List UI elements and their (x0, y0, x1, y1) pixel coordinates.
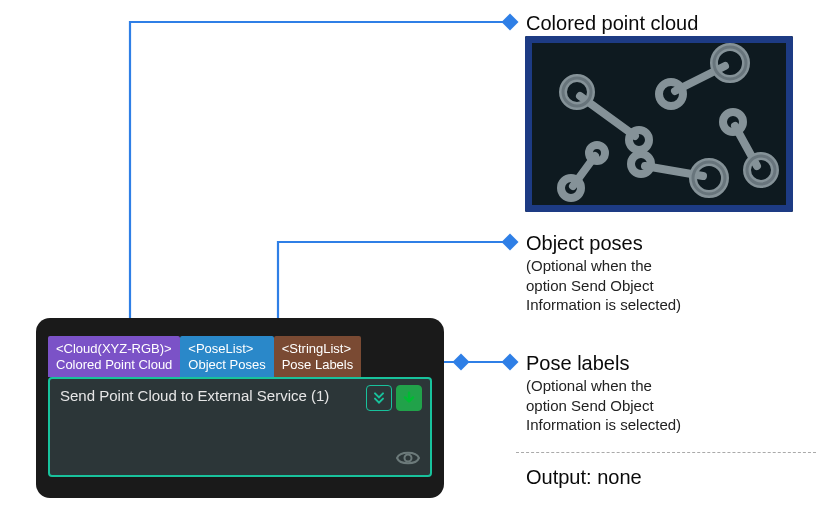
visibility-toggle[interactable] (396, 449, 420, 467)
port-type-label: <StringList> (282, 341, 354, 357)
expand-button[interactable] (366, 385, 392, 411)
diamond-marker (502, 234, 519, 251)
annotation-sub: (Optional when the (526, 376, 681, 396)
port-name-label: Pose Labels (282, 357, 354, 373)
port-type-label: <PoseList> (188, 341, 265, 357)
annotation-sub: Information is selected) (526, 295, 681, 315)
port-name-label: Object Poses (188, 357, 265, 373)
annotation-labels: Pose labels (Optional when the option Se… (526, 350, 681, 435)
port-type-label: <Cloud(XYZ-RGB)> (56, 341, 172, 357)
diamond-marker (502, 14, 519, 31)
output-label: Output: none (526, 464, 642, 490)
point-cloud-thumbnail (525, 36, 793, 212)
run-button[interactable] (396, 385, 422, 411)
annotation-sub: option Send Object (526, 276, 681, 296)
annotation-poses: Object poses (Optional when the option S… (526, 230, 681, 315)
arrow-down-icon (402, 391, 416, 405)
input-port-cloud[interactable]: <Cloud(XYZ-RGB)> Colored Point Cloud (48, 336, 180, 377)
annotation-sub: option Send Object (526, 396, 681, 416)
node-panel: <Cloud(XYZ-RGB)> Colored Point Cloud <Po… (36, 318, 444, 498)
diamond-marker (453, 354, 470, 371)
annotation-title: Object poses (526, 232, 643, 254)
output-text: Output: none (526, 466, 642, 488)
input-port-poses[interactable]: <PoseList> Object Poses (180, 336, 273, 377)
chevrons-down-icon (371, 390, 387, 406)
node-body[interactable]: Send Point Cloud to External Service (1) (48, 377, 432, 477)
eye-icon (396, 449, 420, 467)
node-actions (366, 385, 422, 411)
annotation-cloud: Colored point cloud (526, 10, 698, 36)
annotation-title: Colored point cloud (526, 12, 698, 34)
input-port-labels[interactable]: <StringList> Pose Labels (274, 336, 362, 377)
annotation-title: Pose labels (526, 352, 629, 374)
node-title: Send Point Cloud to External Service (1) (60, 387, 329, 404)
svg-point-16 (405, 455, 412, 462)
port-name-label: Colored Point Cloud (56, 357, 172, 373)
annotation-sub: Information is selected) (526, 415, 681, 435)
input-port-tabs: <Cloud(XYZ-RGB)> Colored Point Cloud <Po… (48, 336, 432, 377)
diamond-marker (502, 354, 519, 371)
annotation-sub: (Optional when the (526, 256, 681, 276)
divider (516, 452, 816, 453)
